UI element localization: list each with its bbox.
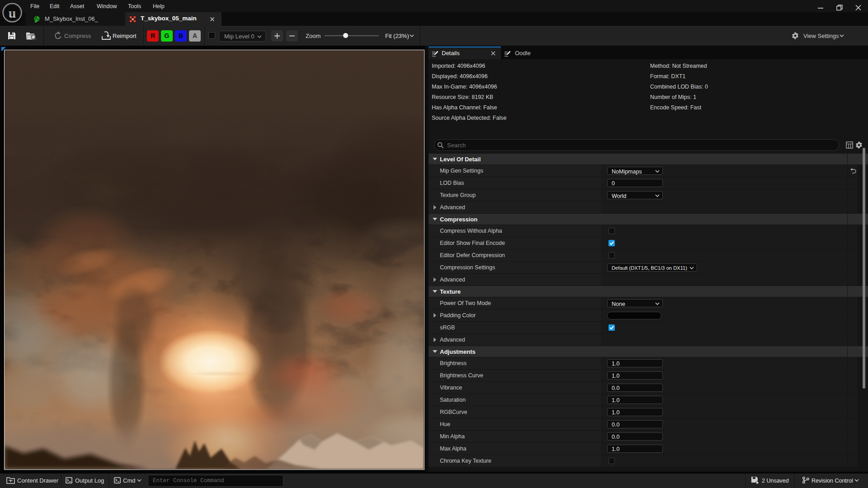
svg-text:u: u [9,5,16,20]
